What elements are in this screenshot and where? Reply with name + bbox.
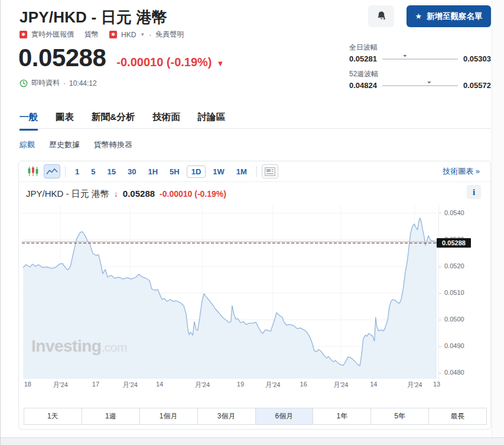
- interval-5H[interactable]: 5H: [165, 165, 184, 178]
- interval-30[interactable]: 30: [123, 165, 141, 178]
- currency-code[interactable]: HKD: [121, 31, 136, 39]
- technical-chart-link[interactable]: 技術圖表 »: [443, 166, 485, 177]
- quote-block: 0.05288 -0.00010 (-0.19%) ▼: [18, 44, 224, 72]
- period-3個月[interactable]: 3個月: [198, 408, 256, 424]
- y-tick-label: 0.0500: [439, 316, 464, 323]
- x-tick-label: 18: [24, 381, 31, 388]
- clock-icon: [19, 79, 28, 87]
- day-range-marker: [403, 55, 407, 57]
- day-range-track: [382, 59, 458, 60]
- y-tick-label: 0.0480: [439, 369, 464, 376]
- page: JPY/HKD - 日元 港幣 ★ 新增至觀察名單 ✱ 實時外匯報價 貨幣 ✱ …: [0, 0, 504, 445]
- chart-toolbar: 1515301H5H1D1W1M 技術圖表 »: [19, 161, 490, 182]
- news-panel-icon: [265, 167, 275, 176]
- quote-time: 10:44:12: [69, 79, 97, 87]
- chevron-down-icon[interactable]: ▼: [140, 32, 145, 37]
- watermark-suffix: .com: [101, 340, 127, 354]
- week52-range-track: [382, 85, 458, 86]
- ranges-panel: 全日波幅 0.05281 0.05303 52週波幅 0.04824 0.055…: [349, 43, 491, 96]
- x-tick-label: 月'24: [407, 381, 422, 389]
- week52-range-row: 0.04824 0.05572: [349, 81, 491, 90]
- chart-price-change: -0.00010 (-0.19%): [160, 189, 226, 199]
- subtab-historical-data[interactable]: 歷史數據: [49, 139, 80, 150]
- watermark: Investing.com: [31, 337, 127, 356]
- y-tick-label: 0.0490: [439, 342, 464, 349]
- interval-1W[interactable]: 1W: [208, 165, 229, 178]
- bottom-strip: [1, 437, 504, 445]
- key-events-button[interactable]: [262, 164, 278, 178]
- interval-1M[interactable]: 1M: [232, 165, 252, 178]
- period-1天[interactable]: 1天: [24, 408, 82, 424]
- watermark-main: Investing: [31, 337, 101, 355]
- week52-range-high: 0.05572: [463, 81, 491, 90]
- add-to-watchlist-button[interactable]: ★ 新增至觀察名單: [407, 5, 491, 27]
- interval-15[interactable]: 15: [102, 165, 120, 178]
- week52-range-low: 0.04824: [349, 81, 377, 90]
- period-1週[interactable]: 1週: [82, 408, 140, 424]
- tabs-divider: [19, 128, 491, 129]
- alert-button[interactable]: [368, 5, 394, 27]
- status-label: 即時資料: [31, 78, 60, 88]
- breadcrumb-realtime[interactable]: 實時外匯報價: [31, 30, 74, 40]
- x-tick-label: 月'24: [265, 381, 280, 389]
- chart-title-row: JPY/HKD - 日元 港幣 ↓ 0.05288 -0.00010 (-0.1…: [26, 189, 226, 200]
- x-tick-label: 月'24: [333, 381, 348, 389]
- disclaimer-link[interactable]: 免責聲明: [155, 30, 184, 40]
- right-gutter: [493, 0, 504, 445]
- subtab-overview[interactable]: 綜觀: [19, 139, 35, 150]
- interval-5[interactable]: 5: [86, 165, 100, 178]
- y-tick-label: 0.0520: [439, 262, 464, 269]
- period-1個月[interactable]: 1個月: [140, 408, 198, 424]
- day-range-low: 0.05281: [349, 54, 377, 63]
- x-tick-label: 17: [92, 381, 99, 388]
- current-price: 0.05288: [18, 44, 106, 72]
- chart-widget: 1515301H5H1D1W1M 技術圖表 »: [18, 161, 491, 430]
- chart-instrument-name: JPY/HKD - 日元 港幣: [26, 189, 109, 200]
- last-price-label: 0.05288: [437, 238, 471, 248]
- star-icon: ★: [415, 12, 422, 21]
- interval-1[interactable]: 1: [70, 165, 84, 178]
- y-tick-label: 0.0510: [439, 289, 464, 296]
- price-down-caret-icon[interactable]: ▼: [217, 59, 225, 68]
- breadcrumb: ✱ 實時外匯報價 貨幣 ✱ HKD ▼ · 免責聲明: [19, 30, 184, 40]
- dot-separator: ·: [149, 31, 151, 39]
- candlestick-chart-button[interactable]: [25, 164, 41, 178]
- hk-flag-icon: ✱: [109, 31, 117, 38]
- x-axis: 18月'2417月'2414月'2419月'2416月'2414月'2413: [22, 381, 437, 390]
- breadcrumb-currency[interactable]: 貨幣: [84, 30, 99, 40]
- interval-list: 1515301H5H1D1W1M: [70, 165, 252, 178]
- interval-1D[interactable]: 1D: [187, 165, 206, 178]
- sub-tabs: 綜觀 歷史數據 貨幣轉換器: [19, 139, 132, 150]
- bell-plus-icon: [376, 10, 387, 23]
- period-5年[interactable]: 5年: [371, 408, 429, 424]
- x-tick-label: 月'24: [53, 381, 68, 389]
- y-axis: 0.05400.05300.05200.05100.05000.04900.04…: [438, 204, 489, 379]
- x-tick-label: 月'24: [123, 381, 138, 389]
- chart-plot-area[interactable]: Investing.com: [22, 204, 437, 379]
- subtab-currency-converter[interactable]: 貨幣轉換器: [94, 139, 132, 150]
- interval-1H[interactable]: 1H: [143, 165, 162, 178]
- toolbar-divider: [65, 166, 66, 177]
- period-6個月[interactable]: 6個月: [256, 408, 314, 424]
- week52-range-label: 52週波幅: [349, 69, 491, 79]
- info-icon[interactable]: i: [467, 185, 481, 199]
- line-chart-button[interactable]: [44, 164, 60, 178]
- page-title: JPY/HKD - 日元 港幣: [19, 7, 167, 28]
- main-content: JPY/HKD - 日元 港幣 ★ 新增至觀察名單 ✱ 實時外匯報價 貨幣 ✱ …: [1, 0, 492, 445]
- chart-price: 0.05288: [123, 189, 155, 199]
- week52-range-marker: [427, 82, 431, 84]
- x-tick-label: 19: [237, 381, 244, 388]
- period-最長[interactable]: 最長: [429, 408, 486, 424]
- x-tick-label: 13: [433, 381, 440, 388]
- toolbar-divider: [256, 166, 257, 177]
- y-tick-label: 0.0540: [439, 209, 464, 216]
- down-arrow-icon: ↓: [114, 189, 118, 199]
- watchlist-button-label: 新增至觀察名單: [427, 11, 483, 22]
- candlestick-icon: [27, 166, 39, 177]
- day-range-high: 0.05303: [463, 54, 491, 63]
- price-change: -0.00010 (-0.19%): [116, 56, 212, 69]
- period-1年[interactable]: 1年: [313, 408, 371, 424]
- day-range-label: 全日波幅: [349, 43, 491, 53]
- hk-flag-icon: ✱: [19, 31, 27, 38]
- x-tick-label: 14: [156, 381, 163, 388]
